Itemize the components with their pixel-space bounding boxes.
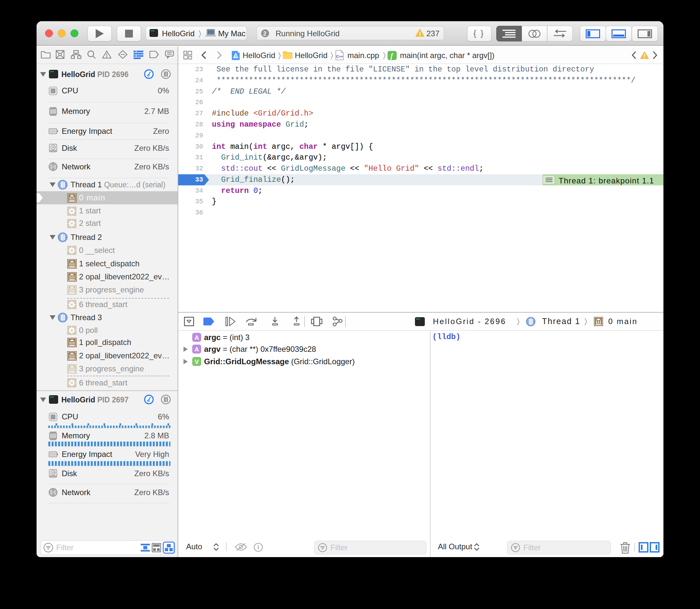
svg-text:C++: C++: [336, 54, 343, 58]
